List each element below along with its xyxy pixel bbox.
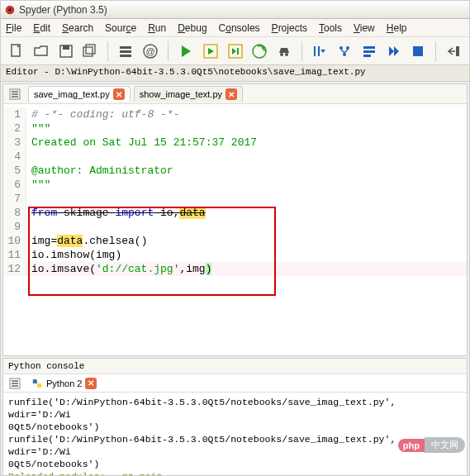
line-content: """ [26, 178, 467, 192]
console-line: runfile('D:/WinPython-64bit-3.5.3.0Qt5/n… [8, 396, 462, 421]
menu-file[interactable]: File [6, 22, 21, 34]
code-line[interactable]: 6""" [3, 178, 467, 192]
line-number: 4 [3, 150, 26, 164]
email-button[interactable]: @ [140, 40, 161, 62]
line-number: 6 [3, 178, 26, 192]
watermark: php 中文网 [398, 437, 465, 453]
line-content: Created on Sat Jul 15 21:57:37 2017 [26, 136, 467, 150]
menu-search[interactable]: Search [62, 22, 93, 34]
console-line: 0Qt5/notebooks') [8, 421, 462, 433]
code-line[interactable]: 7 [3, 192, 467, 206]
run-cell-button[interactable] [200, 40, 221, 62]
svg-rect-9 [120, 55, 131, 57]
toolbar-separator [168, 41, 169, 61]
svg-rect-4 [63, 45, 69, 50]
console-line: runfile('D:/WinPython-64bit-3.5.3.0Qt5/n… [8, 433, 462, 458]
save-button[interactable] [55, 40, 77, 62]
svg-point-18 [339, 46, 343, 50]
code-line[interactable]: 11io.imshow(img) [3, 248, 467, 262]
menu-bar: File Edit Search Source Run Debug Consol… [1, 19, 469, 37]
menu-edit[interactable]: Edit [33, 22, 50, 34]
console-reloaded: Reloaded modules: __mp_main__ [8, 470, 462, 476]
svg-rect-5 [83, 47, 93, 56]
code-editor[interactable]: 1# -*- coding: utf-8 -*-2"""3Created on … [3, 104, 467, 279]
svg-rect-29 [12, 96, 18, 98]
svg-rect-27 [12, 91, 18, 93]
cell-block-button[interactable] [115, 40, 136, 62]
svg-point-16 [280, 53, 283, 56]
menu-debug[interactable]: Debug [178, 22, 207, 34]
console-line: 0Qt5/notebooks') [8, 458, 462, 470]
run-cell-advance-button[interactable] [225, 40, 246, 62]
code-line[interactable]: 1# -*- coding: utf-8 -*- [3, 107, 467, 121]
menu-help[interactable]: Help [387, 22, 407, 34]
code-line[interactable]: 10img=data.chelsea() [3, 234, 467, 248]
run-selection-button[interactable] [249, 40, 270, 62]
console-output[interactable]: runfile('D:/WinPython-64bit-3.5.3.0Qt5/n… [3, 393, 467, 476]
line-content: """ [26, 121, 467, 136]
save-all-button[interactable] [79, 40, 101, 62]
svg-text:@: @ [145, 46, 154, 56]
code-line[interactable]: 8from skimage import io,data [3, 206, 467, 220]
tab-show-image-text[interactable]: show_image_text.py ✕ [134, 86, 243, 102]
debug-button[interactable] [273, 40, 295, 62]
step-into-button[interactable] [334, 40, 355, 62]
line-number: 8 [3, 206, 26, 220]
menu-consoles[interactable]: Consoles [219, 22, 260, 34]
tab-save-imag-text[interactable]: save_imag_text.py ✕ [28, 86, 131, 102]
line-number: 1 [3, 107, 26, 121]
line-content: @author: Administrator [26, 164, 467, 178]
svg-point-15 [253, 45, 266, 58]
title-bar: Spyder (Python 3.5) [1, 1, 469, 19]
line-number: 11 [3, 248, 26, 262]
menu-run[interactable]: Run [148, 22, 166, 34]
svg-rect-24 [413, 46, 423, 56]
line-number: 9 [3, 220, 26, 234]
line-content: io.imshow(img) [26, 248, 467, 262]
spyder-icon [4, 4, 16, 16]
console-tabs: Python 2 ✕ [3, 374, 467, 393]
code-line[interactable]: 2""" [3, 121, 467, 136]
svg-rect-14 [237, 48, 239, 55]
code-line[interactable]: 12io.imsave('d://cat.jpg',img) [3, 262, 467, 276]
code-line[interactable]: 3Created on Sat Jul 15 21:57:37 2017 [3, 136, 467, 150]
menu-tools[interactable]: Tools [319, 22, 342, 34]
step-out-button[interactable] [358, 40, 380, 62]
svg-point-1 [8, 8, 12, 12]
open-file-button[interactable] [31, 40, 52, 62]
svg-rect-31 [12, 380, 18, 382]
svg-rect-33 [12, 385, 18, 387]
tab-label: show_image_text.py [140, 89, 222, 99]
console-tab-label[interactable]: Python 2 [46, 378, 82, 388]
editor-path: Editor - D:\WinPython-64bit-3.5.3.0Qt5\n… [1, 65, 469, 82]
svg-rect-25 [456, 46, 459, 56]
code-line[interactable]: 9 [3, 220, 467, 234]
svg-point-19 [346, 46, 349, 50]
step-over-button[interactable] [309, 40, 330, 62]
close-icon[interactable]: ✕ [113, 88, 125, 100]
line-content [26, 150, 467, 164]
line-number: 3 [3, 136, 26, 150]
continue-button[interactable] [383, 40, 405, 62]
line-number: 5 [3, 164, 26, 178]
svg-point-17 [285, 53, 288, 56]
stop-button[interactable] [407, 40, 429, 62]
line-number: 12 [3, 262, 26, 276]
tab-list-button[interactable] [7, 86, 23, 102]
new-file-button[interactable] [6, 40, 27, 62]
code-line[interactable]: 4 [3, 150, 467, 164]
svg-rect-23 [363, 55, 371, 57]
last-edit-button[interactable] [443, 40, 464, 62]
close-icon[interactable]: ✕ [85, 378, 97, 389]
console-tab-list-button[interactable] [7, 375, 23, 392]
svg-rect-8 [120, 50, 131, 53]
menu-projects[interactable]: Projects [272, 22, 307, 34]
menu-source[interactable]: Source [105, 22, 136, 34]
run-button[interactable] [175, 40, 197, 62]
toolbar-separator [301, 41, 302, 61]
menu-view[interactable]: View [354, 22, 375, 34]
console-panel: Python console Python 2 ✕ runfile('D:/Wi… [2, 358, 468, 476]
console-header: Python console [3, 359, 467, 374]
close-icon[interactable]: ✕ [226, 88, 237, 100]
code-line[interactable]: 5@author: Administrator [3, 164, 467, 178]
